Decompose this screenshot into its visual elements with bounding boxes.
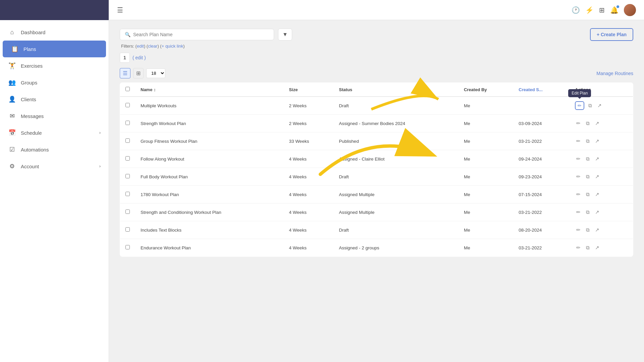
filters-edit-link[interactable]: edit xyxy=(137,44,144,49)
copy-icon[interactable]: ⧉ xyxy=(585,226,591,234)
grid-icon[interactable]: ⊞ xyxy=(599,6,605,14)
bell-icon[interactable]: 🔔 xyxy=(610,6,619,14)
plan-actions: ✏ ⧉ ↗ xyxy=(570,239,633,257)
sidebar-item-schedule[interactable]: 📅 Schedule › xyxy=(0,124,109,141)
plan-actions: ✏ ⧉ ↗ xyxy=(570,203,633,221)
table-row: Endurance Workout Plan 4 Weeks Assigned … xyxy=(120,239,633,257)
row-checkbox[interactable] xyxy=(125,245,130,249)
copy-icon[interactable]: ⧉ xyxy=(585,119,591,128)
copy-icon[interactable]: ⧉ xyxy=(585,137,591,145)
edit-icon[interactable]: ✏ xyxy=(575,172,582,181)
copy-icon[interactable]: ⧉ xyxy=(587,101,593,110)
sidebar-item-messages[interactable]: ✉ Messages xyxy=(0,108,109,124)
avatar[interactable] xyxy=(624,4,636,16)
row-checkbox[interactable] xyxy=(125,121,130,125)
edit-icon[interactable]: ✏ xyxy=(575,226,582,234)
sidebar-item-exercises[interactable]: 🏋 Exercises xyxy=(0,57,109,74)
external-link-icon[interactable]: ↗ xyxy=(594,119,601,128)
lightning-icon[interactable]: ⚡ xyxy=(585,6,594,14)
edit-icon[interactable]: ✏ xyxy=(575,243,582,252)
sidebar-item-clients[interactable]: 👤 Clients xyxy=(0,91,109,108)
row-checkbox[interactable] xyxy=(125,174,130,178)
plan-created-by: Me xyxy=(459,97,513,115)
col-name[interactable]: Name ↕ xyxy=(135,83,284,97)
action-icons: ✏ ⧉ ↗ xyxy=(575,137,628,145)
search-input[interactable] xyxy=(133,32,269,37)
col-size: Size xyxy=(284,83,334,97)
edit-icon[interactable]: ✏ xyxy=(575,190,582,199)
row-checkbox[interactable] xyxy=(125,227,130,232)
per-page-select[interactable]: 18 25 50 xyxy=(146,68,165,78)
plan-created-date: 03-21-2022 xyxy=(513,132,570,150)
manage-routines-button[interactable]: Manage Routines xyxy=(596,71,633,76)
row-checkbox[interactable] xyxy=(125,192,130,196)
exercises-icon: 🏋 xyxy=(8,62,16,69)
automations-icon: ☑ xyxy=(8,146,16,153)
plan-created-date: 03-21-2022 xyxy=(513,203,570,221)
plan-created-by: Me xyxy=(459,115,513,132)
row-checkbox[interactable] xyxy=(125,103,130,107)
plan-created-date: 09-24-2024 xyxy=(513,150,570,168)
external-link-icon[interactable]: ↗ xyxy=(594,172,601,181)
row-checkbox[interactable] xyxy=(125,156,130,161)
page-number[interactable]: 1 xyxy=(120,53,130,63)
groups-icon: 👥 xyxy=(8,79,16,86)
external-link-icon[interactable]: ↗ xyxy=(594,190,601,199)
copy-icon[interactable]: ⧉ xyxy=(585,208,591,217)
history-icon[interactable]: 🕐 xyxy=(572,6,580,14)
sidebar-label-dashboard: Dashboard xyxy=(21,29,45,35)
external-link-icon[interactable]: ↗ xyxy=(594,155,601,163)
edit-icon[interactable]: ✏ xyxy=(575,208,582,217)
search-box[interactable]: 🔍 xyxy=(120,29,274,40)
external-link-icon[interactable]: ↗ xyxy=(594,226,601,234)
hamburger-icon[interactable]: ☰ xyxy=(117,6,123,14)
schedule-icon: 📅 xyxy=(8,129,16,136)
table-row: Follow Along Workout 4 Weeks Assigned - … xyxy=(120,150,633,168)
edit-plan-button[interactable]: Edit Plan ✏ xyxy=(575,101,584,110)
search-row: 🔍 ▼ + Create Plan xyxy=(120,28,633,41)
sidebar-label-exercises: Exercises xyxy=(21,63,43,69)
external-link-icon[interactable]: ↗ xyxy=(594,243,601,252)
table-row: Strength and Conditioning Workout Plan 4… xyxy=(120,203,633,221)
copy-icon[interactable]: ⧉ xyxy=(585,190,591,199)
row-checkbox[interactable] xyxy=(125,138,130,143)
edit-icon[interactable]: ✏ xyxy=(575,137,582,145)
sidebar-label-schedule: Schedule xyxy=(21,130,42,136)
table-row: Strength Workout Plan 2 Weeks Assigned -… xyxy=(120,115,633,132)
sidebar-item-plans[interactable]: 📋 Plans xyxy=(3,41,106,57)
plan-created-by: Me xyxy=(459,239,513,257)
pagination-edit[interactable]: ( edit ) xyxy=(132,55,146,60)
col-created-date[interactable]: Created S... xyxy=(513,83,570,97)
action-icons: ✏ ⧉ ↗ xyxy=(575,119,628,128)
search-icon: 🔍 xyxy=(125,32,130,37)
external-link-icon[interactable]: ↗ xyxy=(596,101,603,110)
plan-created-by: Me xyxy=(459,186,513,203)
sidebar-item-groups[interactable]: 👥 Groups xyxy=(0,74,109,91)
plan-name: 1780 Workout Plan xyxy=(135,186,284,203)
filter-button[interactable]: ▼ xyxy=(278,28,292,41)
plan-name: Follow Along Workout xyxy=(135,150,284,168)
list-view-button[interactable]: ☰ xyxy=(120,68,130,78)
plan-status: Assigned - 2 groups xyxy=(334,239,459,257)
edit-icon[interactable]: ✏ xyxy=(575,119,582,128)
copy-icon[interactable]: ⧉ xyxy=(585,155,591,163)
table-row: Multiple Workouts 2 Weeks Draft Me Edit … xyxy=(120,97,633,115)
select-all-checkbox[interactable] xyxy=(125,87,130,91)
filters-clear-link[interactable]: clear xyxy=(148,44,157,49)
plan-created-by: Me xyxy=(459,132,513,150)
action-icons: ✏ ⧉ ↗ xyxy=(575,226,628,234)
sidebar-item-account[interactable]: ⚙ Account › xyxy=(0,158,109,175)
create-plan-button[interactable]: + Create Plan xyxy=(590,28,633,41)
sidebar-item-dashboard[interactable]: ⌂ Dashboard xyxy=(0,24,109,41)
row-checkbox[interactable] xyxy=(125,209,130,214)
sidebar-item-automations[interactable]: ☑ Automations xyxy=(0,141,109,158)
grid-view-button[interactable]: ⊞ xyxy=(133,68,144,78)
copy-icon[interactable]: ⧉ xyxy=(585,172,591,181)
external-link-icon[interactable]: ↗ xyxy=(594,137,601,145)
copy-icon[interactable]: ⧉ xyxy=(585,243,591,252)
edit-icon: ✏ xyxy=(578,103,582,108)
edit-icon[interactable]: ✏ xyxy=(575,155,582,163)
filters-quicklink[interactable]: + quick link xyxy=(162,44,183,49)
main-content: ☰ 🕐 ⚡ ⊞ 🔔 🔍 ▼ + Create Plan Filters: (ed… xyxy=(109,0,644,362)
external-link-icon[interactable]: ↗ xyxy=(594,208,601,217)
